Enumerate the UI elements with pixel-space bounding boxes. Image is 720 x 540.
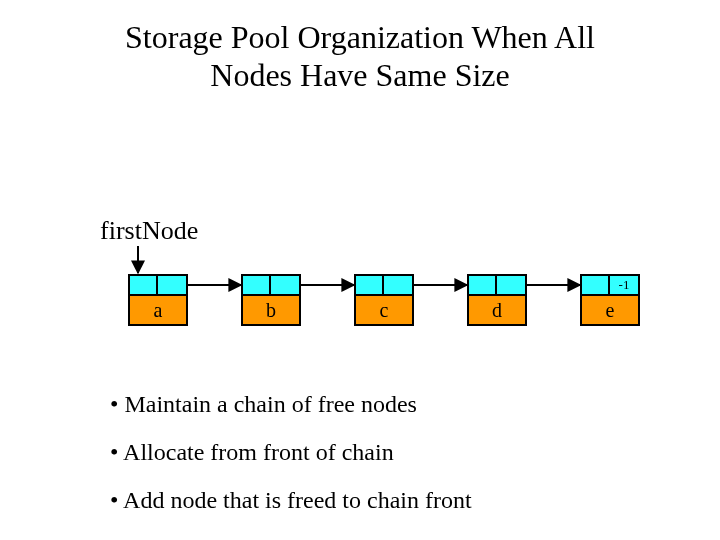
node-a-top (128, 274, 188, 296)
node-b-top (241, 274, 301, 296)
title-line-2: Nodes Have Same Size (210, 57, 509, 93)
node-e-null: -1 (610, 276, 638, 294)
node-e-ptr-in (582, 276, 610, 294)
title-line-1: Storage Pool Organization When All (125, 19, 595, 55)
node-c-ptr-in (356, 276, 384, 294)
node-b: b (241, 274, 301, 326)
node-c-top (354, 274, 414, 296)
node-a: a (128, 274, 188, 326)
node-b-ptr-in (243, 276, 271, 294)
bullet-1: • Maintain a chain of free nodes (110, 380, 472, 428)
node-e-top: -1 (580, 274, 640, 296)
node-c-label: c (354, 296, 414, 326)
node-a-ptr-in (130, 276, 158, 294)
node-d-ptr-out (497, 276, 525, 294)
node-d-label: d (467, 296, 527, 326)
bullet-3: • Add node that is freed to chain front (110, 476, 472, 524)
node-d-top (467, 274, 527, 296)
node-c-ptr-out (384, 276, 412, 294)
node-b-label: b (241, 296, 301, 326)
bullet-list: • Maintain a chain of free nodes • Alloc… (110, 380, 472, 524)
bullet-2: • Allocate from front of chain (110, 428, 472, 476)
node-a-ptr-out (158, 276, 186, 294)
node-d-ptr-in (469, 276, 497, 294)
node-b-ptr-out (271, 276, 299, 294)
slide: Storage Pool Organization When All Nodes… (0, 0, 720, 540)
node-d: d (467, 274, 527, 326)
node-c: c (354, 274, 414, 326)
node-a-label: a (128, 296, 188, 326)
node-e: -1 e (580, 274, 640, 326)
slide-title: Storage Pool Organization When All Nodes… (0, 18, 720, 95)
first-node-label: firstNode (100, 216, 198, 246)
node-e-label: e (580, 296, 640, 326)
linked-list-diagram: a b c d -1 (118, 260, 638, 340)
